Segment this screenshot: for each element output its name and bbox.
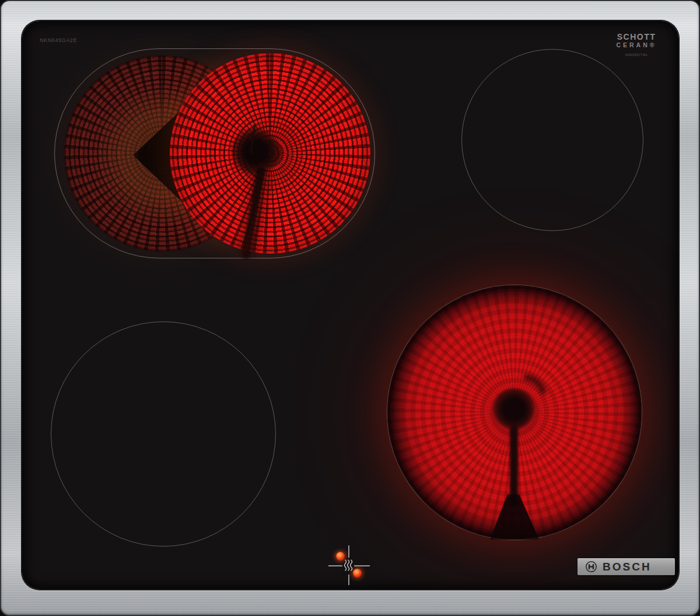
residual-heat-dot-back-left [336,552,345,561]
brand-badge: BOSCH [578,558,675,575]
schott-ceran-line2: CERAN® [604,41,668,49]
residual-heat-icon [344,559,353,573]
zone-front-right-center-shadow [493,388,535,430]
glass-part-code: 9000557791 [604,53,668,57]
model-label: NKN645GA2E [40,37,77,43]
bosch-logo-icon [585,561,597,573]
ceramic-glass-surface: NKN645GA2E SCHOTT CERAN® 9000557791 [22,21,678,589]
schott-ceran-line1: SCHOTT [604,33,668,41]
zone-front-left-outline [51,321,276,547]
residual-heat-dot-front-right [353,569,362,578]
brand-badge-label: BOSCH [603,561,652,573]
zone-front-right-glow [387,285,642,540]
zone-back-right-outline [461,49,643,231]
zone-back-left-center-shadow [231,127,280,176]
schott-ceran-logo: SCHOTT CERAN® 9000557791 [604,33,668,57]
cooktop-product-photo: NKN645GA2E SCHOTT CERAN® 9000557791 [0,0,700,616]
